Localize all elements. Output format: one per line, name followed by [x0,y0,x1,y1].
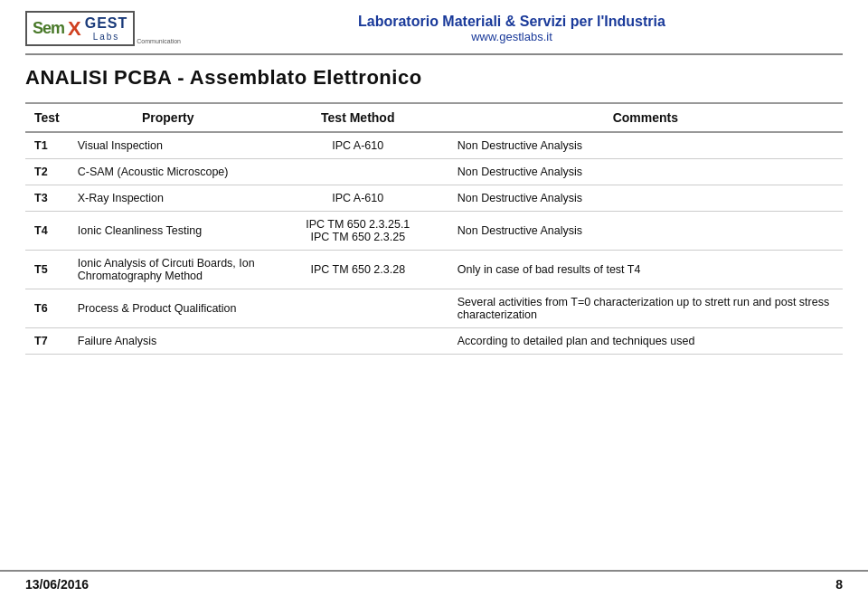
cell-method [268,289,448,328]
cell-property: Visual Inspection [69,132,268,159]
cell-property: C-SAM (Acoustic Microscope) [69,159,268,185]
logo-gest-text: GEST [85,15,128,32]
cell-test: T1 [25,132,69,159]
table-header-row: Test Property Test Method Comments [25,103,843,132]
table-row: T7Failure AnalysisAccording to detailed … [25,328,843,355]
logo-gest-group: GEST Labs [85,15,128,42]
cell-property: Process & Product Qualification [69,289,268,328]
cell-test: T6 [25,289,69,328]
cell-comments: Only in case of bad results of test T4 [448,251,843,289]
cell-comments: According to detailed plan and technique… [448,328,843,355]
cell-test: T2 [25,159,69,185]
cell-comments: Several activities from T=0 characteriza… [448,289,843,328]
cell-method: IPC A-610 [268,185,448,212]
cell-property: Failure Analysis [69,328,268,355]
col-header-test: Test [25,103,69,132]
table-row: T2C-SAM (Acoustic Microscope)Non Destruc… [25,159,843,185]
table-row: T5Ionic Analysis of Circuti Boards, Ion … [25,251,843,289]
page: Sem X GEST Labs Communication Laboratori… [0,0,868,597]
cell-method: IPC TM 650 2.3.28 [268,251,448,289]
logo-labs-text: Labs [93,32,120,42]
header-url: www.gestlabs.it [181,30,843,43]
cell-test: T4 [25,212,69,251]
table-row: T6Process & Product QualificationSeveral… [25,289,843,328]
main-table: Test Property Test Method Comments T1Vis… [25,102,843,355]
cell-property: Ionic Cleanliness Testing [69,212,268,251]
logo-box: Sem X GEST Labs [25,11,135,46]
table-row: T1Visual InspectionIPC A-610Non Destruct… [25,132,843,159]
logo-sem-text: Sem [33,19,64,38]
logo-comm-text: Communication [137,38,181,44]
logo-x-text: X [68,17,81,41]
header-text: Laboratorio Materiali & Servizi per l'In… [181,14,843,43]
cell-test: T5 [25,251,69,289]
col-header-method: Test Method [268,103,448,132]
header-title: Laboratorio Materiali & Servizi per l'In… [181,14,843,30]
cell-method [268,159,448,185]
cell-method [268,328,448,355]
cell-comments: Non Destructive Analysis [448,159,843,185]
footer-page: 8 [835,577,843,592]
logo-area: Sem X GEST Labs Communication [25,11,181,46]
footer-date: 13/06/2016 [25,577,89,592]
cell-method: IPC TM 650 2.3.25.1 IPC TM 650 2.3.25 [268,212,448,251]
footer: 13/06/2016 8 [0,570,868,597]
cell-property: X-Ray Inspection [69,185,268,212]
cell-comments: Non Destructive Analysis [448,132,843,159]
cell-test: T3 [25,185,69,212]
cell-method: IPC A-610 [268,132,448,159]
table-row: T3X-Ray InspectionIPC A-610Non Destructi… [25,185,843,212]
cell-comments: Non Destructive Analysis [448,212,843,251]
cell-property: Ionic Analysis of Circuti Boards, Ion Ch… [69,251,268,289]
cell-comments: Non Destructive Analysis [448,185,843,212]
table-row: T4Ionic Cleanliness TestingIPC TM 650 2.… [25,212,843,251]
cell-test: T7 [25,328,69,355]
col-header-comments: Comments [448,103,843,132]
header: Sem X GEST Labs Communication Laboratori… [25,11,843,55]
page-title: ANALISI PCBA - Assemblato Elettronico [25,66,843,90]
col-header-property: Property [69,103,268,132]
